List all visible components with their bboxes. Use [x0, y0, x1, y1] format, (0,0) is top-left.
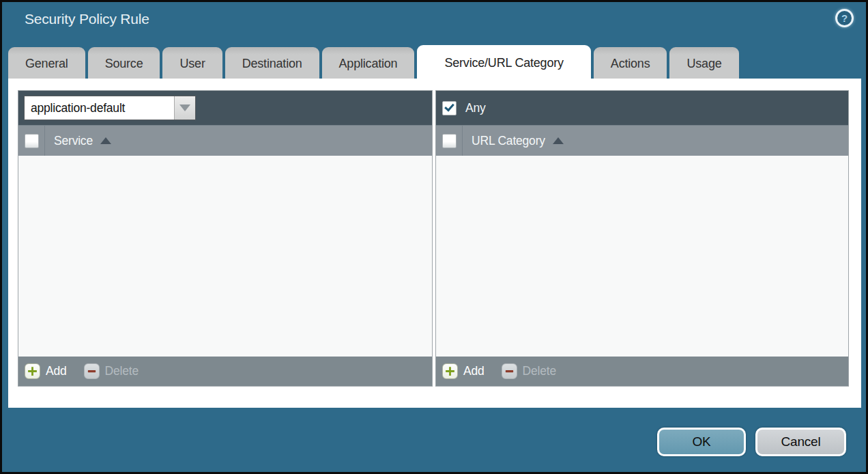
service-panel-header: application-default: [18, 91, 432, 125]
tab-service-url-category[interactable]: Service/URL Category: [417, 45, 590, 81]
any-label: Any: [465, 101, 486, 115]
service-type-dropdown-button[interactable]: [174, 96, 195, 120]
url-category-column-label: URL Category: [472, 134, 545, 148]
url-category-list: [436, 156, 848, 357]
service-type-dropdown-value[interactable]: application-default: [25, 96, 174, 120]
minus-icon: [502, 363, 517, 379]
help-icon[interactable]: ?: [835, 9, 854, 27]
ok-button[interactable]: OK: [657, 428, 746, 456]
tab-general[interactable]: General: [8, 47, 85, 81]
tab-destination[interactable]: Destination: [225, 47, 319, 81]
tab-actions[interactable]: Actions: [594, 47, 667, 81]
url-category-add-button[interactable]: Add: [442, 363, 484, 379]
cancel-button[interactable]: Cancel: [755, 428, 846, 456]
tab-source[interactable]: Source: [88, 47, 160, 81]
service-panel: application-default Service: [18, 90, 433, 387]
url-category-column-header[interactable]: URL Category: [436, 125, 848, 156]
url-category-select-all-checkbox[interactable]: [442, 134, 457, 148]
service-column-label: Service: [54, 134, 93, 148]
plus-icon: [442, 363, 458, 379]
security-policy-rule-dialog: Security Policy Rule ? General Source Us…: [0, 0, 868, 474]
service-type-dropdown[interactable]: application-default: [24, 96, 196, 120]
service-select-all-cell: [18, 126, 45, 156]
sort-ascending-icon[interactable]: [553, 137, 564, 144]
service-column-header[interactable]: Service: [18, 125, 432, 156]
service-select-all-checkbox[interactable]: [25, 134, 39, 148]
checkmark-icon: [444, 101, 454, 111]
url-category-panel-footer: Add Delete: [436, 357, 848, 386]
url-category-select-all-cell: [436, 126, 463, 156]
tab-user[interactable]: User: [162, 47, 222, 81]
plus-icon: [25, 363, 40, 379]
any-checkbox[interactable]: [442, 101, 457, 115]
tab-application[interactable]: Application: [322, 47, 415, 81]
tab-usage[interactable]: Usage: [669, 47, 738, 81]
url-category-delete-button[interactable]: Delete: [502, 363, 556, 379]
tab-bar: General Source User Destination Applicat…: [8, 45, 739, 81]
url-category-panel-header: Any: [436, 91, 848, 125]
tab-content: application-default Service: [8, 79, 861, 408]
url-category-panel: Any URL Category Add: [435, 90, 849, 387]
sort-ascending-icon[interactable]: [100, 137, 111, 144]
service-panel-footer: Add Delete: [18, 357, 432, 386]
service-add-button[interactable]: Add: [25, 363, 67, 379]
minus-icon: [84, 363, 100, 379]
service-list: [18, 156, 432, 357]
service-delete-button[interactable]: Delete: [84, 363, 139, 379]
page-title: Security Policy Rule: [25, 11, 149, 27]
chevron-down-icon: [179, 104, 190, 111]
